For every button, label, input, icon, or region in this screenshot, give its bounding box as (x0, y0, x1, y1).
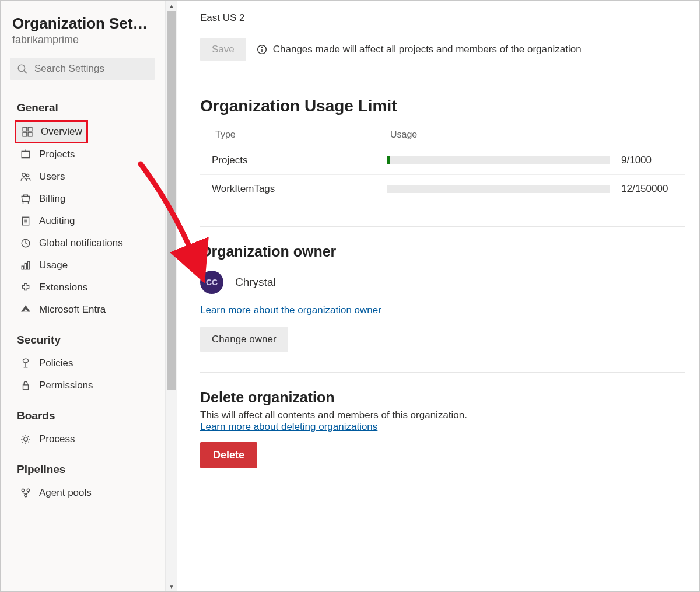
info-icon (257, 44, 267, 55)
scroll-down-icon[interactable]: ▼ (166, 581, 177, 591)
policies-icon (20, 358, 31, 369)
usage-bar (387, 185, 610, 193)
sidebar-item-projects[interactable]: Projects (1, 143, 164, 166)
sidebar-item-label: Extensions (39, 282, 88, 293)
sidebar-item-permissions[interactable]: Permissions (1, 374, 164, 397)
sidebar-item-label: Billing (39, 193, 65, 205)
svg-point-25 (24, 494, 27, 497)
learn-more-delete-link[interactable]: Learn more about deleting organizations (200, 421, 377, 433)
usage-row-workitemtags: WorkItemTags 12/150000 (200, 174, 685, 203)
notification-icon (20, 238, 31, 248)
sidebar-item-auditing[interactable]: Auditing (1, 210, 164, 232)
sidebar-item-label: Microsoft Entra (39, 304, 106, 316)
usage-bar-fill (387, 185, 387, 193)
save-button[interactable]: Save (200, 38, 246, 61)
region-value: East US 2 (200, 12, 685, 24)
usage-type: Projects (212, 155, 387, 166)
search-input[interactable] (33, 62, 148, 75)
highlight-overview: Overview (15, 120, 88, 143)
sidebar-item-microsoft-entra[interactable]: Microsoft Entra (1, 299, 164, 321)
svg-rect-18 (24, 264, 26, 269)
org-name: fabrikamprime (12, 34, 153, 46)
divider (200, 226, 685, 227)
usage-type: WorkItemTags (212, 183, 387, 195)
svg-rect-21 (23, 385, 29, 390)
avatar: CC (200, 271, 223, 294)
usage-table-header: Type Usage (200, 126, 685, 146)
svg-line-1 (24, 71, 27, 73)
sidebar-item-label: Policies (39, 358, 74, 369)
delete-description: This will affect all contents and member… (200, 409, 685, 421)
main-content: East US 2 Save Changes made will affect … (177, 1, 699, 591)
svg-rect-3 (28, 127, 32, 131)
sidebar-item-overview[interactable]: Overview (16, 122, 86, 142)
svg-rect-2 (23, 127, 27, 131)
scroll-up-icon[interactable]: ▲ (166, 1, 177, 11)
usage-bar-fill (387, 156, 390, 164)
scroll-thumb[interactable] (167, 11, 176, 390)
divider (1, 87, 164, 87)
usage-row-projects: Projects 9/1000 (200, 146, 685, 174)
entra-icon (20, 304, 31, 315)
divider (200, 80, 685, 80)
delete-button[interactable]: Delete (200, 442, 257, 468)
sidebar-item-policies[interactable]: Policies (1, 352, 164, 374)
svg-rect-5 (28, 132, 32, 136)
svg-point-9 (26, 174, 29, 177)
sidebar-group-pipelines: Pipelines Agent pools (1, 454, 164, 507)
agent-pools-icon (20, 488, 31, 498)
divider (200, 372, 685, 373)
sidebar-item-label: Projects (39, 149, 75, 160)
sidebar-item-extensions[interactable]: Extensions (1, 276, 164, 299)
usage-col-usage: Usage (390, 129, 685, 140)
sidebar-item-label: Usage (39, 260, 68, 271)
group-title-pipelines: Pipelines (1, 458, 164, 482)
sidebar-item-label: Agent pools (39, 487, 92, 499)
sidebar-item-label: Auditing (39, 215, 75, 227)
sidebar-item-users[interactable]: Users (1, 166, 164, 188)
svg-rect-17 (22, 266, 23, 269)
sidebar-item-billing[interactable]: Billing (1, 188, 164, 210)
svg-point-20 (23, 359, 29, 363)
sidebar-item-global-notifications[interactable]: Global notifications (1, 232, 164, 254)
sidebar: Organization Settin... fabrikamprime Gen… (1, 1, 165, 591)
svg-point-0 (18, 65, 24, 71)
change-owner-button[interactable]: Change owner (200, 327, 288, 352)
billing-icon (20, 194, 31, 204)
sidebar-item-process[interactable]: Process (1, 428, 164, 450)
group-title-boards: Boards (1, 405, 164, 428)
extensions-icon (20, 282, 31, 293)
page-title: Organization Settin... (12, 15, 153, 33)
usage-value: 12/150000 (621, 183, 685, 195)
sidebar-group-general: General Overview Projects Users (1, 92, 164, 324)
usage-icon (20, 260, 31, 271)
projects-icon (20, 149, 31, 160)
usage-value: 9/1000 (621, 155, 685, 166)
sidebar-scrollbar[interactable]: ▲ ▼ (165, 1, 177, 591)
svg-rect-6 (22, 151, 30, 157)
usage-col-type: Type (215, 129, 390, 140)
sidebar-item-label: Global notifications (39, 237, 123, 249)
save-note: Changes made will affect all projects an… (257, 44, 582, 55)
sidebar-group-boards: Boards Process (1, 400, 164, 454)
process-icon (20, 434, 31, 444)
sidebar-item-agent-pools[interactable]: Agent pools (1, 482, 164, 504)
learn-more-owner-link[interactable]: Learn more about the organization owner (200, 304, 382, 316)
sidebar-item-usage[interactable]: Usage (1, 254, 164, 276)
svg-point-23 (22, 489, 24, 492)
svg-point-28 (261, 47, 262, 48)
delete-org-heading: Delete organization (200, 389, 685, 406)
org-owner-heading: Organization owner (200, 243, 685, 260)
overview-icon (22, 127, 33, 137)
save-note-text: Changes made will affect all projects an… (273, 44, 582, 55)
group-title-security: Security (1, 329, 164, 352)
group-title-general: General (1, 97, 164, 120)
search-settings[interactable] (10, 58, 155, 80)
users-icon (20, 171, 31, 182)
usage-limit-heading: Organization Usage Limit (200, 97, 685, 115)
sidebar-header: Organization Settin... fabrikamprime (1, 5, 164, 52)
usage-bar (387, 156, 610, 164)
sidebar-item-label: Users (39, 171, 65, 183)
svg-rect-19 (27, 261, 29, 269)
svg-point-8 (22, 173, 26, 177)
